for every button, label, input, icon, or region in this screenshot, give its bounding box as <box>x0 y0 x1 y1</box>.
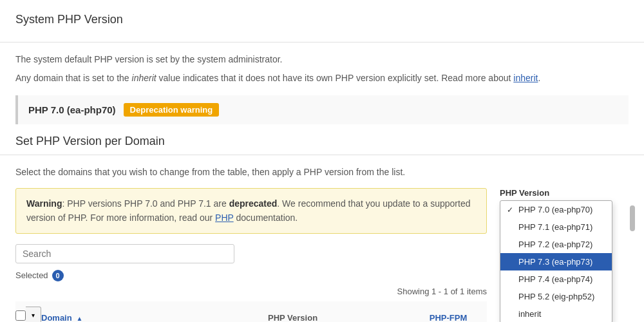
warning-bold: Warning <box>26 198 62 209</box>
select-dropdown-btn[interactable]: ▾ <box>26 307 41 322</box>
sort-icon: ▲ <box>77 315 83 322</box>
dropdown-option-inherit: inherit <box>518 309 541 319</box>
checkmark-74 <box>507 275 516 284</box>
table-container: Showing 1 - 1 of 1 items ▾ Domain ▲ <box>15 287 487 322</box>
warning-box: Warning: PHP versions PHP 7.0 and PHP 7.… <box>15 188 487 234</box>
dropdown-option-70: PHP 7.0 (ea-php70) <box>518 205 592 214</box>
dropdown-item-71[interactable]: PHP 7.1 (ea-php71) <box>500 218 612 236</box>
showing-text: Showing 1 - 1 of 1 items <box>397 287 487 296</box>
inherit-link[interactable]: inherit <box>513 73 538 83</box>
table-header: ▾ Domain ▲ PHP Version PHP-FPM <box>15 301 487 322</box>
search-container <box>15 244 487 263</box>
checkmark-72 <box>507 240 516 249</box>
dropdown-item-52[interactable]: PHP 5.2 (eig-php52) <box>500 288 612 305</box>
header-checkbox-col: ▾ <box>15 307 41 322</box>
dropdown-item-74[interactable]: PHP 7.4 (ea-php74) <box>500 270 612 288</box>
section-title: System PHP Version <box>15 13 629 33</box>
dropdown-item-73[interactable]: PHP 7.3 (ea-php73) <box>500 253 612 270</box>
selected-label: Selected <box>15 270 48 280</box>
desc1: The system default PHP version is set by… <box>15 53 629 66</box>
showing-row: Showing 1 - 1 of 1 items <box>15 287 487 299</box>
dropdown-option-74: PHP 7.4 (ea-php74) <box>518 274 592 284</box>
page-container: System PHP Version The system default PH… <box>0 0 644 322</box>
dropdown-item-72[interactable]: PHP 7.2 (ea-php72) <box>500 236 612 253</box>
right-panel: PHP Version ✓ PHP 7.0 (ea-php70) PHP 7.1… <box>500 188 629 200</box>
action-row: ▾ <box>15 307 41 322</box>
divider2 <box>0 155 644 155</box>
dropdown-option-52: PHP 5.2 (eig-php52) <box>518 292 594 301</box>
php-version-col-label: PHP Version <box>268 313 317 322</box>
dropdown-item-inherit[interactable]: inherit <box>500 305 612 322</box>
content-area: Warning: PHP versions PHP 7.0 and PHP 7.… <box>15 188 629 322</box>
checkmark-71 <box>507 223 516 232</box>
section2-title: Set PHP Version per Domain <box>15 135 629 148</box>
php-version-dropdown-label: PHP Version <box>500 188 629 198</box>
php-version-dropdown-menu[interactable]: ✓ PHP 7.0 (ea-php70) PHP 7.1 (ea-php71) … <box>500 200 612 322</box>
header-domain-col: Domain ▲ <box>41 312 268 322</box>
section1: System PHP Version The system default PH… <box>15 13 629 124</box>
header-phpversion-col: PHP Version <box>268 312 410 322</box>
selected-bar: Selected 0 <box>15 270 487 281</box>
checkmark-52 <box>507 292 516 301</box>
desc2: Any domain that is set to the inherit va… <box>15 71 629 85</box>
select-all-checkbox[interactable] <box>15 310 26 321</box>
current-php-version: PHP 7.0 (ea-php70) <box>28 104 116 115</box>
scrollbar-thumb <box>630 205 635 231</box>
section2-desc: Select the domains that you wish to chan… <box>15 166 629 179</box>
left-panel: Warning: PHP versions PHP 7.0 and PHP 7.… <box>15 188 487 322</box>
domain-col-label[interactable]: Domain <box>41 313 72 322</box>
dropdown-option-72: PHP 7.2 (ea-php72) <box>518 240 592 249</box>
checkmark-inherit <box>507 310 516 319</box>
search-input[interactable] <box>15 244 234 263</box>
dropdown-item-70[interactable]: ✓ PHP 7.0 (ea-php70) <box>500 201 612 218</box>
dropdown-option-73: PHP 7.3 (ea-php73) <box>518 257 592 267</box>
header-phpfpm-col: PHP-FPM <box>410 312 487 322</box>
deprecation-badge: Deprecation warning <box>124 103 220 117</box>
dropdown-option-71: PHP 7.1 (ea-php71) <box>518 222 592 232</box>
section2: Set PHP Version per Domain Select the do… <box>15 135 629 322</box>
phpfpm-col-label: PHP-FPM <box>430 313 468 322</box>
php-doc-link[interactable]: PHP <box>215 213 234 223</box>
warning-bold2: deprecated <box>229 198 278 209</box>
checkmark-70: ✓ <box>507 205 516 214</box>
divider1 <box>0 42 644 43</box>
php-version-box: PHP 7.0 (ea-php70) Deprecation warning <box>15 95 629 124</box>
selected-badge: 0 <box>52 270 64 281</box>
checkmark-73 <box>507 258 516 267</box>
